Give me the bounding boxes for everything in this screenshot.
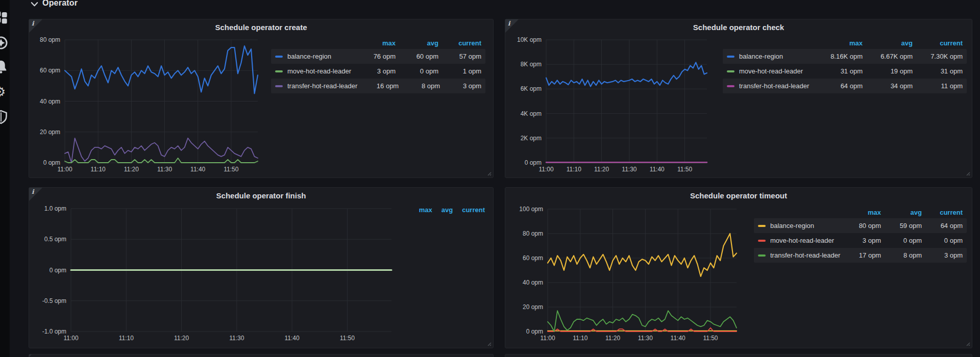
legend-value-max: 31 opm bbox=[813, 67, 863, 75]
legend-header-avg[interactable]: avg bbox=[442, 206, 453, 214]
legend-value-avg: 6.67K opm bbox=[863, 53, 913, 60]
legend-series-label[interactable]: move-hot-read-leader bbox=[758, 237, 840, 244]
legend-series-label[interactable]: move-hot-read-leader bbox=[727, 67, 813, 75]
legend-value-current: 3 opm bbox=[440, 82, 481, 90]
series-line-balance-region bbox=[65, 46, 258, 93]
series-line-transfer-hot-read-leader bbox=[65, 138, 258, 163]
panel-info-icon[interactable]: i bbox=[505, 19, 519, 33]
legend-header-row: maxavgcurrent bbox=[754, 206, 967, 218]
legend-row: balance-region8.16K opm6.67K opm7.30K op… bbox=[723, 49, 967, 64]
legend-row: transfer-hot-read-leader16 opm8 opm3 opm bbox=[271, 79, 485, 93]
x-axis-tick-label: 11:50 bbox=[703, 335, 718, 342]
y-axis-tick-label: -1.0 opm bbox=[42, 328, 66, 335]
legend-series-label[interactable]: transfer-hot-read-leader bbox=[758, 251, 840, 259]
series-color-swatch-icon bbox=[758, 240, 766, 242]
legend-series-label[interactable]: balance-region bbox=[275, 53, 353, 60]
x-axis-tick-label: 11:20 bbox=[594, 166, 609, 173]
y-axis-tick-label: 40 opm bbox=[523, 279, 543, 286]
series-color-swatch-icon bbox=[758, 225, 766, 227]
x-axis-tick-label: 11:30 bbox=[638, 335, 653, 342]
series-line-move-hot-read-leader bbox=[65, 158, 258, 163]
legend-value-max: 64 opm bbox=[813, 82, 863, 90]
chevron-down-icon bbox=[31, 1, 38, 8]
panel-resize-handle[interactable] bbox=[965, 341, 970, 346]
legend-series-label[interactable]: transfer-hot-read-leader bbox=[275, 82, 357, 90]
legend-header-current[interactable]: current bbox=[922, 209, 963, 216]
panel-title[interactable]: Schedule operator create bbox=[29, 23, 493, 32]
legend-header-current[interactable]: current bbox=[913, 39, 963, 47]
y-axis-tick-label: 8K opm bbox=[521, 61, 542, 68]
legend-value-current: 31 opm bbox=[913, 67, 963, 75]
legend-series-label[interactable]: balance-region bbox=[758, 222, 840, 230]
settings-gear-icon[interactable]: ⚙ bbox=[0, 85, 8, 99]
series-color-swatch-icon bbox=[275, 85, 283, 87]
x-axis-tick-label: 11:10 bbox=[91, 166, 106, 173]
panel-schedule-operator-create: i Schedule operator create 0 opm20 opm40… bbox=[29, 19, 494, 178]
panel-info-icon[interactable]: i bbox=[29, 19, 42, 33]
y-axis-tick-label: 2K opm bbox=[521, 135, 542, 142]
y-axis-tick-label: 100 opm bbox=[519, 206, 543, 213]
panel-title[interactable]: Schedule operator check bbox=[505, 23, 972, 32]
panel-title[interactable]: Schedule operator finish bbox=[29, 191, 493, 200]
legend-header-avg[interactable]: avg bbox=[396, 39, 438, 47]
legend-value-max: 8.16K opm bbox=[813, 53, 863, 60]
explore-compass-icon[interactable] bbox=[0, 36, 8, 50]
apps-grid-icon[interactable] bbox=[0, 10, 8, 24]
y-axis-tick-label: 10K opm bbox=[517, 36, 542, 43]
legend-header-max[interactable]: max bbox=[419, 206, 432, 214]
panel-info-icon[interactable]: i bbox=[29, 188, 42, 201]
panel-title[interactable]: Schedule operator timeout bbox=[505, 191, 972, 200]
admin-shield-icon[interactable] bbox=[0, 110, 8, 124]
x-axis-tick-label: 11:00 bbox=[63, 335, 78, 342]
series-name: balance-region bbox=[739, 53, 783, 60]
next-row-panel-edge bbox=[29, 354, 494, 357]
series-name: transfer-hot-read-leader bbox=[739, 82, 809, 90]
series-line-transfer-hot-read-leader bbox=[548, 311, 737, 332]
legend-value-max: 17 opm bbox=[840, 251, 881, 259]
panel-schedule-operator-finish: i Schedule operator finish -1.0 opm-0.5 … bbox=[29, 187, 494, 348]
alerting-bell-icon[interactable] bbox=[0, 60, 8, 74]
legend-header-max[interactable]: max bbox=[840, 209, 881, 216]
legend-series-label[interactable]: move-hot-read-leader bbox=[275, 67, 353, 75]
x-axis-tick-label: 11:30 bbox=[622, 166, 636, 173]
legend-value-current: 3 opm bbox=[922, 251, 963, 259]
legend-header-current[interactable]: current bbox=[462, 206, 485, 214]
panel-resize-handle[interactable] bbox=[965, 171, 970, 176]
legend-value-current: 7.30K opm bbox=[913, 53, 963, 60]
legend-series-label[interactable]: balance-region bbox=[727, 53, 813, 60]
legend-value-avg: 60 opm bbox=[396, 53, 438, 60]
legend-table: maxavgcurrentbalance-region80 opm59 opm6… bbox=[754, 206, 967, 263]
legend-header-current[interactable]: current bbox=[438, 39, 481, 47]
legend-value-current: 11 opm bbox=[913, 82, 963, 90]
legend-table: maxavgcurrentbalance-region8.16K opm6.67… bbox=[723, 37, 967, 93]
series-name: transfer-hot-read-leader bbox=[287, 82, 357, 90]
series-color-swatch-icon bbox=[275, 70, 283, 72]
legend-row: move-hot-read-leader3 opm0 opm0 opm bbox=[754, 233, 967, 248]
legend-table: maxavgcurrentbalance-region76 opm60 opm5… bbox=[271, 37, 485, 93]
series-color-swatch-icon bbox=[758, 254, 766, 257]
x-axis-tick-label: 11:40 bbox=[190, 166, 205, 173]
y-axis-tick-label: 0 opm bbox=[525, 159, 542, 166]
x-axis-tick-label: 11:40 bbox=[671, 335, 685, 342]
y-axis-tick-label: 60 opm bbox=[523, 254, 543, 262]
legend-header-max[interactable]: max bbox=[813, 39, 863, 47]
x-axis-tick-label: 11:30 bbox=[157, 166, 172, 173]
series-line-balance-region bbox=[546, 62, 707, 86]
legend-header-max[interactable]: max bbox=[353, 39, 396, 47]
legend-header-row: maxavgcurrent bbox=[271, 37, 485, 49]
legend-value-avg: 8 opm bbox=[881, 251, 922, 259]
legend-value-avg: 0 opm bbox=[881, 237, 922, 244]
series-color-swatch-icon bbox=[727, 85, 734, 87]
panel-resize-handle[interactable] bbox=[486, 341, 492, 346]
x-axis-tick-label: 11:40 bbox=[650, 166, 665, 173]
legend-series-label[interactable]: transfer-hot-read-leader bbox=[727, 82, 813, 90]
y-axis-tick-label: 0 opm bbox=[43, 159, 60, 166]
legend-header-avg[interactable]: avg bbox=[881, 209, 922, 216]
y-axis-tick-label: 6K opm bbox=[521, 85, 542, 92]
next-row-panel-edge bbox=[505, 354, 972, 357]
legend-header-avg[interactable]: avg bbox=[863, 39, 913, 47]
panel-resize-handle[interactable] bbox=[486, 171, 492, 176]
dashboard-row-operator[interactable]: Operator bbox=[31, 0, 78, 8]
x-axis-tick-label: 11:00 bbox=[57, 166, 72, 173]
grafana-dashboard: ⚙ Operator i Schedule operator create 0 … bbox=[0, 0, 980, 357]
